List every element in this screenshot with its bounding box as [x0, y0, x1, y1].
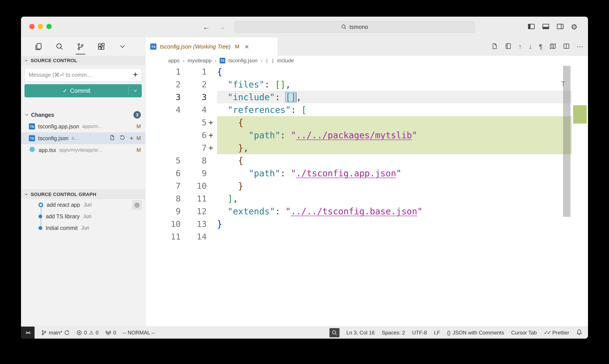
notifications-bell-button[interactable]	[576, 329, 582, 337]
zoom-indicator-button[interactable]	[329, 328, 339, 337]
toggle-panel-button[interactable]	[542, 23, 549, 31]
eol-indicator[interactable]: LF	[434, 330, 440, 336]
chevron-down-icon	[132, 88, 138, 93]
breadcrumb-myviteapp[interactable]: myviteapp	[188, 58, 211, 64]
vim-mode-indicator[interactable]: -- NORMAL --	[123, 330, 155, 336]
commit-button[interactable]: ✓ Commit	[25, 84, 142, 97]
path-link[interactable]: ../../tsconfig.base.json	[291, 206, 417, 216]
original-line-number: 10	[145, 218, 181, 230]
code-line[interactable]: 6+ "path": "../../packages/mytslib"	[145, 129, 572, 142]
remote-indicator-button[interactable]: ><	[21, 326, 35, 339]
toggle-secondary-sidebar-button[interactable]	[557, 23, 564, 31]
branch-indicator[interactable]: main*	[41, 330, 70, 336]
sparkle-icon	[132, 71, 139, 78]
path-link[interactable]: ./tsconfig.app.json	[296, 168, 396, 178]
map-view-button[interactable]	[549, 43, 556, 50]
close-window-button[interactable]	[29, 24, 35, 29]
code-line[interactable]: 33 "include": [],	[145, 91, 572, 104]
extensions-icon	[98, 43, 105, 51]
commit-row[interactable]: Initial commitJuri	[21, 222, 145, 234]
source-control-section-header[interactable]: SOURCE CONTROL	[21, 56, 145, 65]
changed-file-row[interactable]: app.tsxapps/myviteapp/sr...M	[21, 144, 145, 156]
graph-section-header[interactable]: SOURCE CONTROL GRAPH	[21, 189, 145, 199]
code-line[interactable]: 44 "references": [	[145, 104, 572, 116]
status-bar-left: >< main* 0 ⚠ 0	[21, 326, 155, 339]
error-count: 0	[84, 330, 87, 336]
close-tab-button[interactable]: ×	[245, 42, 249, 51]
generate-commit-message-button[interactable]	[132, 71, 139, 79]
breadcrumb-apps[interactable]: apps	[168, 58, 180, 64]
diff-added-marker	[207, 167, 217, 180]
original-line-number: 1	[145, 65, 181, 78]
activity-explorer-button[interactable]	[34, 38, 43, 56]
previous-change-button[interactable]: ↑	[518, 43, 522, 50]
changed-file-row[interactable]: TStsconfig.app.jsonapps/m...M	[21, 120, 145, 132]
ports-indicator[interactable]: 0	[105, 330, 116, 336]
encoding-indicator[interactable]: UTF-8	[412, 330, 427, 336]
more-actions-button[interactable]: ⋯	[577, 43, 583, 50]
toggle-sidebar-button[interactable]	[528, 23, 535, 31]
modified-line-number: 3	[181, 91, 207, 104]
commit-button-main[interactable]: ✓ Commit	[25, 84, 129, 97]
path-link[interactable]: ../../packages/mytslib	[296, 130, 412, 140]
settings-gear-icon[interactable]: ⚙	[571, 23, 578, 31]
code-line[interactable]: 11{	[145, 65, 572, 78]
code-line[interactable]: 811 ],	[145, 192, 572, 205]
forward-button[interactable]: →	[218, 23, 226, 31]
commit-dropdown-button[interactable]	[129, 84, 142, 97]
open-file-button[interactable]	[109, 135, 115, 142]
problems-indicator[interactable]: 0 ⚠ 0	[76, 330, 98, 336]
code-text: }	[217, 218, 572, 230]
cursor-position-indicator[interactable]: Ln 3, Col 16	[347, 330, 375, 336]
commit-row[interactable]: add TS libraryJuri	[21, 211, 145, 222]
back-button[interactable]: ←	[203, 23, 210, 31]
commit-list: add react appJuri◎add TS libraryJuriInit…	[21, 199, 145, 234]
code-line[interactable]: 5+ {	[145, 116, 572, 129]
activity-more-button[interactable]	[118, 38, 127, 56]
code-line[interactable]: 58 {	[145, 154, 572, 167]
code-line[interactable]: 710 }	[145, 180, 572, 192]
activity-search-button[interactable]	[55, 38, 64, 56]
commit-row[interactable]: add react appJuri◎	[21, 199, 145, 211]
activity-extensions-button[interactable]	[97, 38, 106, 56]
code-line[interactable]: 1013}	[145, 218, 572, 230]
tab-tsconfig-working-tree[interactable]: TS tsconfig.json (Working Tree) M ×	[145, 38, 278, 56]
code-line[interactable]: 7+ },	[145, 142, 572, 154]
discard-changes-button[interactable]	[119, 135, 125, 142]
code-line[interactable]: 1114	[145, 230, 572, 243]
warning-icon: ⚠	[89, 330, 94, 336]
indentation-indicator[interactable]: Spaces: 2	[382, 330, 405, 336]
language-mode-indicator[interactable]: {} JSON with Comments	[447, 330, 504, 336]
titlebar: ← → tsmono	[21, 17, 588, 37]
next-change-button[interactable]: ↓	[529, 43, 532, 50]
command-center-search[interactable]: tsmono	[234, 21, 475, 33]
code-editor[interactable]: 11{22 "files": [],33 "include": [],44 "r…	[145, 65, 588, 326]
eol-label: LF	[434, 330, 440, 336]
original-line-number: 11	[145, 230, 181, 243]
breadcrumb-tsconfig[interactable]: tsconfig.json	[228, 58, 258, 64]
changed-file-row[interactable]: TStsconfig.jsona...+M	[21, 132, 145, 144]
changes-header[interactable]: Changes 3	[21, 109, 145, 120]
cursor-tab-indicator[interactable]: Cursor Tab	[511, 330, 537, 336]
checkout-commit-button[interactable]: ◎	[132, 200, 142, 210]
sync-icon	[64, 330, 70, 336]
activity-source-control-button[interactable]	[76, 38, 85, 56]
commit-message-input[interactable]	[25, 68, 142, 82]
formatter-indicator[interactable]: ✓✓ Prettier	[544, 329, 569, 336]
maximize-window-button[interactable]	[46, 24, 52, 29]
panel-bottom-icon	[542, 23, 549, 30]
editor-group: TS tsconfig.json (Working Tree) M ×	[145, 38, 588, 326]
code-text: "include": [],	[217, 91, 572, 104]
open-file-button[interactable]	[491, 43, 498, 50]
stage-changes-button[interactable]: +	[130, 135, 133, 142]
notebook-view-button[interactable]	[505, 43, 511, 50]
split-editor-button[interactable]	[563, 43, 570, 50]
code-line[interactable]: 912 "extends": "../../tsconfig.base.json…	[145, 205, 572, 218]
scrollbar-thumb[interactable]	[563, 66, 570, 217]
breadcrumb-include[interactable]: include	[277, 58, 294, 64]
commit-author: Juri	[81, 225, 89, 231]
minimize-window-button[interactable]	[38, 24, 43, 29]
code-line[interactable]: 22 "files": [],	[145, 78, 572, 91]
code-line[interactable]: 69 "path": "./tsconfig.app.json"	[145, 167, 572, 180]
toggle-whitespace-button[interactable]: ¶	[539, 43, 543, 50]
